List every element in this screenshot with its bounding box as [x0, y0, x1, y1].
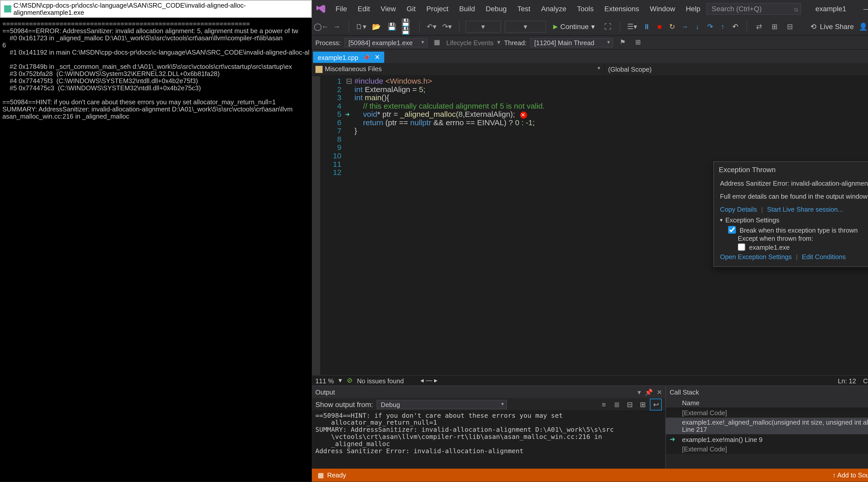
line-indicator[interactable]: Ln: 12 [838, 377, 856, 384]
menu-extensions[interactable]: Extensions [599, 2, 644, 15]
undo-button[interactable]: ↶▾ [426, 21, 438, 32]
output-dropdown-icon[interactable]: ▾ [638, 388, 641, 396]
popup-message: Address Sanitizer Error: invalid-allocat… [720, 180, 868, 187]
menu-tools[interactable]: Tools [572, 2, 598, 15]
issues-icon: ⊘ [347, 377, 352, 384]
liveshare-icon: ⟲ [810, 22, 816, 31]
feedback-button[interactable]: 👤 [858, 21, 868, 32]
open-exception-settings-link[interactable]: Open Exception Settings [720, 253, 792, 261]
output-tb1[interactable]: ≡ [598, 398, 610, 410]
callstack-row[interactable]: example1.exe!_aligned_malloc(unsigned in… [666, 418, 868, 434]
step-into-button[interactable]: ↓ [692, 22, 703, 31]
menu-file[interactable]: File [331, 2, 352, 15]
document-tabs: example1.cpp 📌 ✕ ▾ ⚙ [312, 50, 868, 63]
copy-details-link[interactable]: Copy Details [720, 206, 757, 213]
window-buttons: — ▢ ✕ [854, 0, 868, 18]
menu-test[interactable]: Test [513, 2, 535, 15]
output-close-icon[interactable]: ✕ [657, 388, 662, 396]
status-icon: ▦ [318, 471, 323, 479]
exset-toggle-icon[interactable]: ▾ [720, 217, 723, 223]
open-button[interactable]: 📂 [370, 21, 382, 32]
main-toolbar: ◯← → 🗋▾ 📂 💾 💾💾 ↶▾ ↷▾ ▾ ▾ ▶ Continue ▾ ⛶ … [312, 18, 868, 36]
output-source-dropdown[interactable]: Debug [377, 400, 507, 409]
menu-window[interactable]: Window [645, 2, 680, 15]
output-tb4[interactable]: ⊞ [637, 398, 649, 410]
show-next-button[interactable]: → [679, 22, 690, 31]
error-icon[interactable]: ✕ [520, 112, 527, 119]
break-checkbox[interactable] [728, 226, 736, 234]
search-box[interactable]: Search (Ctrl+Q) [706, 3, 801, 15]
pause-button[interactable]: ⏸ [642, 22, 652, 31]
live-share-button[interactable]: ⟲ Live Share [810, 22, 854, 31]
save-all-button[interactable]: 💾💾 [401, 21, 413, 32]
thread-dropdown[interactable]: [11204] Main Thread [530, 38, 613, 47]
menu-analyze[interactable]: Analyze [536, 2, 571, 15]
line-numbers: 123456789101112 [320, 76, 345, 375]
fold-gutter[interactable]: ⊟ [345, 76, 353, 375]
titlebar: FileEditViewGitProjectBuildDebugTestAnal… [312, 0, 868, 18]
menu-git[interactable]: Git [402, 2, 421, 15]
menu-help[interactable]: Help [681, 2, 705, 15]
continue-button[interactable]: ▶ Continue ▾ [550, 22, 598, 31]
restart-button[interactable]: ↻ [667, 22, 678, 31]
char-indicator[interactable]: Ch: 1 [863, 377, 868, 384]
breakpoint-gutter[interactable] [312, 76, 320, 375]
output-text[interactable]: ==50984==HINT: if you don't care about t… [312, 411, 665, 469]
edit-conditions-link[interactable]: Edit Conditions [802, 253, 846, 261]
nav-scope-dropdown[interactable]: (Global Scope) [604, 64, 868, 74]
output-tb2[interactable]: ≣ [611, 398, 623, 410]
step-back-button[interactable]: ↶ [730, 22, 741, 31]
minimize-button[interactable]: — [854, 0, 868, 18]
except-from-checkbox[interactable] [738, 243, 745, 251]
editor-statusline: 111 % ▾ ⊘ No issues found ◂ — ▸ Ln: 12 C… [312, 375, 868, 386]
config-dropdown[interactable]: ▾ [465, 21, 501, 32]
code-editor[interactable]: 123456789101112 ⊟ #include <Windows.h>in… [312, 76, 868, 375]
platform-dropdown[interactable]: ▾ [504, 21, 546, 32]
callstack-row[interactable]: [External Code] [666, 408, 868, 418]
stack-frame-button[interactable]: ⊞ [632, 36, 644, 49]
step-out-button[interactable]: ↑ [717, 22, 728, 31]
console-icon [4, 5, 11, 12]
windows-button[interactable]: ☰▾ [626, 21, 638, 32]
zoom-level[interactable]: 111 % [315, 377, 334, 384]
statusbar: ▦ Ready ↑ Add to Source Control ▴ 🔔 [312, 469, 868, 482]
vs-logo-icon [315, 4, 326, 14]
debug-target-button[interactable]: ⛶ [602, 21, 614, 32]
nav-project-dropdown[interactable]: Miscellaneous Files [312, 64, 604, 74]
output-tb3[interactable]: ⊟ [624, 398, 636, 410]
misc-btn2[interactable]: ⊟ [784, 21, 796, 32]
visual-studio-window: FileEditViewGitProjectBuildDebugTestAnal… [312, 0, 868, 482]
lifecycle-icon[interactable]: ▦ [431, 36, 443, 49]
callstack-panel: Call Stack ▾ 📌 ✕ Name Lang [666, 386, 868, 469]
stop-button[interactable]: ■ [654, 22, 665, 31]
console-titlebar[interactable]: C:\MSDN\cpp-docs-pr\docs\c-language\ASAN… [0, 0, 312, 18]
tab-close-icon[interactable]: ✕ [374, 53, 380, 61]
redo-button[interactable]: ↷▾ [441, 21, 453, 32]
save-button[interactable]: 💾 [386, 21, 398, 32]
step-over-button[interactable]: ↷ [705, 22, 716, 31]
console-output[interactable]: ========================================… [0, 18, 312, 482]
start-liveshare-link[interactable]: Start Live Share session... [767, 206, 843, 213]
flag-button[interactable]: ⚑ [617, 36, 629, 49]
menu-view[interactable]: View [376, 2, 401, 15]
callstack-row[interactable]: ➜example1.exe!main() Line 9C++ [666, 434, 868, 445]
menu-debug[interactable]: Debug [481, 2, 512, 15]
code-navbar: Miscellaneous Files (Global Scope) ⊞ [312, 63, 868, 76]
callstack-row[interactable]: [External Code] [666, 444, 868, 454]
nav-back-button[interactable]: ◯← [315, 21, 327, 32]
misc-btn1[interactable]: ⊞ [769, 21, 781, 32]
pin-icon[interactable]: 📌 [363, 54, 370, 60]
issues-text[interactable]: No issues found [357, 377, 404, 384]
tab-example1-cpp[interactable]: example1.cpp 📌 ✕ [313, 52, 384, 63]
new-button[interactable]: 🗋▾ [355, 21, 367, 32]
output-pin-icon[interactable]: 📌 [645, 388, 653, 396]
process-dropdown[interactable]: [50984] example1.exe [344, 38, 428, 47]
nav-fwd-button[interactable]: → [331, 21, 343, 32]
toggle-button[interactable]: ⇄ [753, 21, 765, 32]
add-source-control-button[interactable]: ↑ Add to Source Control ▴ [833, 471, 868, 479]
menu-build[interactable]: Build [455, 2, 480, 15]
output-wrap-button[interactable]: ↩ [650, 398, 662, 410]
menu-edit[interactable]: Edit [353, 2, 374, 15]
callstack-table[interactable]: Name Lang [External Code]example1.exe!_a… [666, 398, 868, 454]
menu-project[interactable]: Project [422, 2, 453, 15]
